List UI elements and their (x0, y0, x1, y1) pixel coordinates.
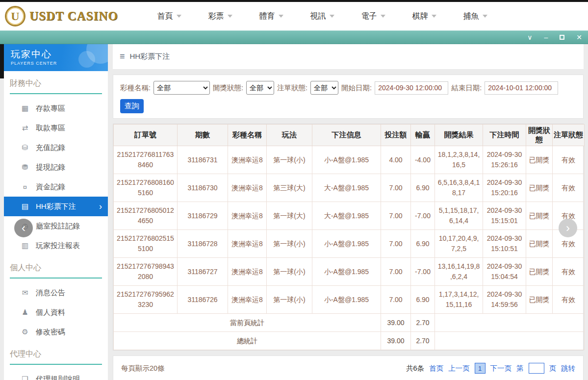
column-header-order-no: 訂單號 (114, 125, 178, 146)
main-nav: 首頁彩票體育視訊電子棋牌捕魚 (144, 11, 501, 22)
pagination-bar: 每頁顯示20條 共6条 首页 上一页 1 下一页 第 页 跳转 (113, 355, 584, 380)
sidebar-item-announcements[interactable]: ✉消息公告 (4, 283, 108, 303)
sidebar-item-label: 修改密碼 (36, 328, 65, 337)
table-row: 215217276811763846031186731澳洲幸运8第一球(小)小-… (114, 146, 585, 174)
sidebar-item-change-password[interactable]: ⚙修改密碼 (4, 322, 108, 342)
close-icon[interactable]: ✕ (576, 34, 582, 41)
bets-table-panel: 訂單號期數彩種名稱玩法下注信息投注額輸贏開獎結果下注時間開獎狀態注單狀態 215… (113, 124, 584, 351)
nav-item-card-games[interactable]: 棋牌 (399, 11, 450, 22)
sidebar-section-label: 財務中心 (10, 78, 102, 94)
nav-item-label: 首頁 (157, 11, 173, 22)
nav-item-live-video[interactable]: 視訊 (297, 11, 348, 22)
cell-lottery-name: 澳洲幸运8 (228, 258, 267, 286)
table-row: 215217276802515510031186728澳洲幸运8第一球(小)小-… (114, 230, 585, 258)
cell-bet-info: 小-A盤@1.985 (312, 146, 381, 174)
chevron-down-icon[interactable]: ∨ (527, 34, 532, 41)
nav-item-home[interactable]: 首頁 (144, 11, 195, 22)
column-header-bet-amount: 投注額 (381, 125, 411, 146)
summary-row: 當前頁統計39.002.70 (114, 314, 585, 332)
logo-letter: U (11, 10, 19, 23)
nav-item-sports[interactable]: 體育 (246, 11, 297, 22)
cell-play-type: 第三球(大) (267, 174, 312, 202)
column-header-draw-status: 開獎狀態 (526, 125, 553, 146)
search-button[interactable]: 查詢 (120, 99, 144, 113)
cell-win-loss: 6.90 (411, 230, 435, 258)
nav-item-slots[interactable]: 電子 (348, 11, 399, 22)
chevron-down-icon (279, 15, 283, 18)
sidebar-item-label: 提現記錄 (36, 163, 65, 172)
cell-order-status: 有效 (553, 174, 585, 202)
sidebar-item-agent-rules[interactable]: ❏代理規則說明 (4, 369, 108, 380)
cell-lottery-name: 澳洲幸运8 (228, 286, 267, 314)
sidebar-item-profile[interactable]: ♟個人資料 (4, 303, 108, 322)
logo[interactable]: U USDT CASINO (5, 6, 120, 26)
total-count: 共6条 (406, 364, 424, 373)
withdraw-record-icon: ⛃ (21, 163, 29, 172)
end-date-label: 結束日期: (451, 83, 482, 93)
draw-status-select[interactable]: 全部 (246, 81, 274, 95)
lottery-bet-icon: ▤ (21, 202, 29, 211)
maximize-box (560, 35, 564, 40)
cell-draw-status: 已開獎 (526, 202, 553, 230)
site-header: U USDT CASINO 首頁彩票體育視訊電子棋牌捕魚 (0, 2, 588, 30)
chevron-down-icon (228, 15, 232, 18)
jump-page-input[interactable] (529, 363, 544, 374)
cell-draw-result: 13,16,14,19,8,6,2,4 (435, 258, 483, 286)
start-date-label: 開始日期: (341, 83, 372, 93)
nav-item-label: 電子 (361, 11, 377, 22)
cell-lottery-name: 澳洲幸运8 (228, 174, 267, 202)
sidebar-item-label: 資金記錄 (36, 182, 65, 192)
current-page[interactable]: 1 (475, 363, 486, 374)
breadcrumb: ≡ HH彩票下注 (113, 44, 584, 70)
maximize-icon[interactable] (560, 34, 564, 41)
nav-item-fishing[interactable]: 捕魚 (450, 11, 501, 22)
sidebar-item-withdrawal-records[interactable]: ⛃提現記錄 (4, 157, 108, 177)
sidebar-item-hh-lottery-bets[interactable]: ▤HH彩票下注› (4, 197, 108, 216)
cell-bet-info: 大-A盤@1.985 (312, 202, 381, 230)
collapse-sidebar-button[interactable]: ‹ (14, 219, 33, 237)
table-row: 215217276798943208031186727澳洲幸运8第一球(小)小-… (114, 258, 585, 286)
sidebar-item-recharge-records[interactable]: ⛁充值記錄 (4, 138, 108, 157)
cell-bet-amount: 4.00 (381, 146, 411, 174)
sidebar-item-label: 存款專區 (36, 104, 65, 113)
menu-toggle-icon[interactable]: ≡ (120, 51, 125, 62)
next-page-link[interactable]: 下一页 (490, 364, 512, 373)
document-icon: ❏ (21, 375, 29, 380)
person-icon: ♟ (21, 308, 29, 317)
order-status-select[interactable]: 全部 (310, 81, 338, 95)
sidebar-item-fund-records[interactable]: ¤資金記錄 (4, 177, 108, 197)
end-date-input[interactable] (485, 81, 558, 95)
cell-bet-amount: 7.00 (381, 286, 411, 314)
cell-bet-amount: 7.00 (381, 230, 411, 258)
cell-bet-info: 小-A盤@1.985 (312, 230, 381, 258)
gear-icon: ⚙ (21, 328, 29, 336)
table-row: 215217276795962323031186726澳洲幸运8第一球(小)小-… (114, 286, 585, 314)
column-header-lottery-name: 彩種名稱 (228, 125, 267, 146)
minimize-icon[interactable]: – (544, 34, 548, 41)
jump-button[interactable]: 跳转 (561, 364, 575, 373)
cell-lottery-name: 澳洲幸运8 (228, 202, 267, 230)
summary-win-loss: 2.70 (411, 314, 435, 332)
summary-bet-total: 39.00 (381, 314, 411, 332)
cell-bet-amount: 7.00 (381, 258, 411, 286)
sidebar-item-withdrawal[interactable]: ⇄取款專區 (4, 118, 108, 138)
logo-text: USDT CASINO (29, 9, 118, 23)
prev-page-link[interactable]: 上一页 (448, 364, 470, 373)
bets-table: 訂單號期數彩種名稱玩法下注信息投注額輸贏開獎結果下注時間開獎狀態注單狀態 215… (113, 124, 585, 350)
lottery-type-select[interactable]: 全部 (153, 81, 210, 95)
sidebar-item-deposit[interactable]: ▦存款專區 (4, 99, 108, 118)
sidebar-item-label: 代理規則說明 (36, 375, 80, 380)
cell-lottery-name: 澳洲幸运8 (228, 146, 267, 174)
next-panel-button[interactable]: › (559, 219, 577, 237)
sidebar-item-player-bet-report[interactable]: ▥玩家投注報表 (4, 236, 108, 255)
first-page-link[interactable]: 首页 (429, 364, 443, 373)
sidebar-item-label: HH彩票下注 (36, 202, 76, 211)
cell-period: 31186728 (178, 230, 228, 258)
start-date-input[interactable] (375, 81, 448, 95)
cell-period: 31186731 (178, 146, 228, 174)
nav-item-lottery[interactable]: 彩票 (195, 11, 246, 22)
cell-draw-result: 1,17,3,14,12,15,11,16 (435, 286, 483, 314)
cell-bet-time: 2024-09-30 14:59:56 (483, 286, 526, 314)
withdraw-icon: ⇄ (21, 124, 29, 132)
filter-panel: 彩種名稱: 全部 開獎狀態: 全部 注單狀態: 全部 開始日期: 結束日期: 查… (113, 75, 584, 119)
